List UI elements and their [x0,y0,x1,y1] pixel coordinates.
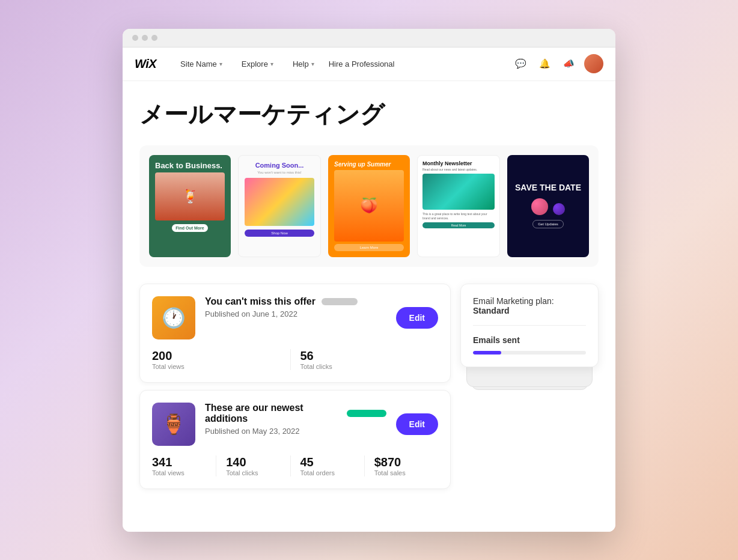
template-subtitle: You won't want to miss this! [245,171,314,174]
nav-help[interactable]: Help ▾ [288,57,319,71]
divider [473,325,586,326]
nav-site-name[interactable]: Site Name ▾ [175,57,227,71]
edit-button-2[interactable]: Edit [396,413,438,435]
campaign-date-2: Published on May 23, 2022 [205,427,386,436]
template-body: This is a great place to write long text… [422,212,495,220]
plan-name: Standard [473,306,510,315]
avatar[interactable] [584,54,603,73]
template-title: Back to Business. [155,161,225,171]
template-title: Monthly Newsletter [422,160,495,167]
template-cta: Read More [422,222,495,228]
wix-header: WiX Site Name ▾ Explore ▾ Help ▾ Hire a … [123,47,615,81]
campaign-header: 🕐 You can't miss this offer Published on… [152,296,438,339]
progress-bar-background [473,351,586,355]
main-content: メールマーケティング Back to Business. 🍹 Find Out … [123,81,615,532]
template-cta: Get Updates [532,220,564,228]
template-image [422,174,495,210]
campaign-header-2: 🏺 These are our newest additions Publish… [152,403,438,446]
template-subtitle: Read about our news and latest updates. [422,168,495,171]
stat-label: Total orders [300,469,355,476]
campaign-title-row-2: These are our newest additions [205,403,386,424]
browser-window: WiX Site Name ▾ Explore ▾ Help ▾ Hire a … [123,29,615,532]
header-icons: 💬 🔔 📣 [512,54,603,73]
stat-total-clicks-1: 56 Total clicks [290,349,439,370]
browser-dot-red [132,35,138,41]
page-title: メールマーケティング [139,98,599,131]
campaign-thumbnail-2: 🏺 [152,403,195,446]
stat-total-views-1: 200 Total views [152,349,290,370]
plan-card: Email Marketing plan: Standard Emails se… [460,284,599,367]
template-monthly-newsletter[interactable]: Monthly Newsletter Read about our news a… [417,155,500,257]
browser-toolbar [123,29,615,47]
template-save-the-date[interactable]: SAVE THE DATE Get Updates [507,155,589,257]
stat-number: 341 [152,455,206,469]
stat-label: Total views [152,469,206,476]
megaphone-icon[interactable]: 📣 [560,55,577,72]
campaign-stats-row-1: 200 Total views 56 Total clicks [152,349,438,370]
stat-total-orders-2: 45 Total orders [290,455,364,476]
template-serving-summer[interactable]: Serving up Summer 🍑 Learn More [328,155,410,257]
chevron-down-icon: ▾ [270,61,273,67]
campaign-card-2: 🏺 These are our newest additions Publish… [139,390,451,489]
stat-total-views-2: 341 Total views [152,455,216,476]
campaign-section: 🕐 You can't miss this offer Published on… [139,284,599,489]
browser-dot-green [151,35,157,41]
template-coming-soon[interactable]: Coming Soon... You won't want to miss th… [238,155,321,257]
stat-label: Total views [152,363,281,370]
template-cta: Learn More [334,244,404,251]
edit-button-1[interactable]: Edit [396,307,438,329]
campaign-title-row: You can't miss this offer [205,296,386,307]
status-badge-green [347,410,386,417]
side-panel: Email Marketing plan: Standard Emails se… [460,284,599,489]
stat-number: 45 [300,455,355,469]
emails-sent-label: Emails sent [473,335,586,345]
nav-explore[interactable]: Explore ▾ [237,57,278,71]
plan-label: Email Marketing plan: Standard [473,296,586,315]
template-title: SAVE THE DATE [515,183,581,192]
template-image: 🍹 [155,172,225,221]
template-title: Coming Soon... [245,162,314,169]
chevron-down-icon: ▾ [219,61,222,67]
stat-number: 56 [300,349,429,363]
campaign-info-1: You can't miss this offer Published on J… [205,296,386,318]
stat-number: 200 [152,349,281,363]
template-title: Serving up Summer [334,161,404,168]
template-back-to-business[interactable]: Back to Business. 🍹 Find Out More [149,155,231,257]
campaign-name-1: You can't miss this offer [205,296,316,307]
campaign-thumbnail-1: 🕐 [152,296,195,339]
email-templates-row: Back to Business. 🍹 Find Out More Coming… [139,145,599,267]
template-orbs [531,198,565,215]
template-cta: Find Out More [172,224,207,232]
browser-dot-yellow [142,35,148,41]
chevron-down-icon: ▾ [311,61,314,67]
campaign-stats-row-2: 341 Total views 140 Total clicks 45 Tota… [152,455,438,476]
template-image: 🍑 [334,170,404,242]
stat-number: $870 [374,455,428,469]
stat-total-clicks-2: 140 Total clicks [216,455,290,476]
orb-purple [553,203,565,215]
stat-number: 140 [226,455,280,469]
template-cta: Shop Now [245,230,314,237]
stat-total-sales-2: $870 Total sales [364,455,438,476]
progress-bar-fill [473,351,501,355]
stat-label: Total clicks [226,469,280,476]
campaign-info-2: These are our newest additions Published… [205,403,386,436]
stat-label: Total clicks [300,363,429,370]
wix-logo[interactable]: WiX [135,57,156,71]
bell-icon[interactable]: 🔔 [536,55,553,72]
campaign-card-1: 🕐 You can't miss this offer Published on… [139,284,451,383]
orb-pink [531,198,548,215]
stat-label: Total sales [374,469,428,476]
status-badge-grey [322,298,358,305]
campaign-name-2: These are our newest additions [205,403,341,424]
nav-hire-professional[interactable]: Hire a Professional [329,59,395,68]
template-image [245,178,314,226]
chat-icon[interactable]: 💬 [512,55,529,72]
campaigns-list: 🕐 You can't miss this offer Published on… [139,284,451,489]
campaign-date-1: Published on June 1, 2022 [205,309,386,318]
